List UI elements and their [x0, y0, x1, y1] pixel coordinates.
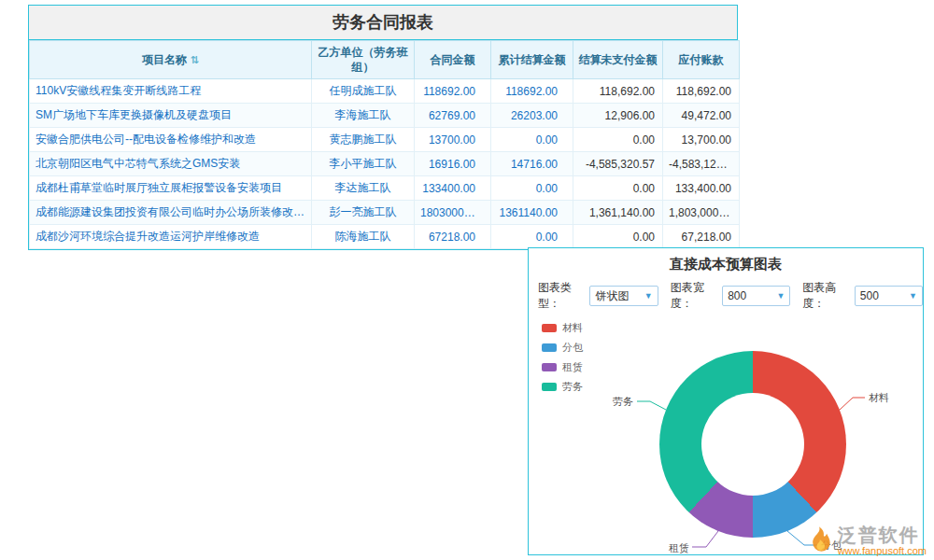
legend-swatch: [542, 383, 557, 391]
legend-swatch: [542, 363, 557, 371]
report-title: 劳务合同报表: [29, 6, 737, 40]
settled-amount[interactable]: 26203.00: [491, 104, 573, 128]
col-header-project-name[interactable]: 项目名称⇅: [30, 41, 312, 79]
contract-amount[interactable]: 118692.00: [415, 79, 491, 104]
chart-type-label: 图表类型：: [538, 280, 587, 312]
col-header-payable: 应付账款: [663, 41, 740, 79]
watermark-brand: 泛普软件: [838, 525, 927, 545]
watermark-url: www.fanpusoft.com: [838, 545, 927, 556]
chart-height-control: 图表高度： 500 ▼: [802, 280, 923, 312]
chart-type-select[interactable]: 饼状图 ▼: [589, 286, 658, 306]
unpaid-amount: 1,361,140.00: [573, 201, 663, 225]
labor-contract-report: 劳务合同报表 项目名称⇅ 乙方单位（劳务班组） 合同金额 累计结算金额 结算未支…: [28, 5, 738, 250]
pie-chart-region: 材料 分包 租赁 劳务 材料 分包 租赁: [529, 315, 923, 560]
chart-controls: 图表类型： 饼状图 ▼ 图表宽度： 800 ▼ 图表高度： 500 ▼: [529, 278, 923, 315]
unpaid-amount: 0.00: [573, 225, 663, 249]
contract-amount[interactable]: 1803000.00: [415, 201, 491, 225]
contract-amount[interactable]: 133400.00: [415, 176, 491, 201]
project-name-link[interactable]: 成都能源建设集团投资有限公司临时办公场所装修改造工程EPC: [30, 201, 312, 225]
sort-icon[interactable]: ⇅: [191, 54, 199, 65]
col-header-unit: 乙方单位（劳务班组）: [312, 41, 415, 79]
vendor-watermark: 泛普软件 www.fanpusoft.com: [805, 525, 927, 556]
unpaid-amount: 118,692.00: [573, 79, 663, 104]
chart-title: 直接成本预算图表: [529, 248, 923, 278]
table-row: 北京朝阳区电气中芯特气系统之GMS安装 李小平施工队 16916.00 1471…: [30, 152, 740, 176]
unit-link[interactable]: 陈海施工队: [312, 225, 415, 249]
report-table: 项目名称⇅ 乙方单位（劳务班组） 合同金额 累计结算金额 结算未支付金额 应付账…: [29, 40, 740, 249]
chart-type-control: 图表类型： 饼状图 ▼: [538, 280, 658, 312]
settled-amount[interactable]: 14716.00: [491, 152, 573, 176]
payable-amount: 118,692.00: [663, 79, 740, 104]
project-name-link[interactable]: 安徽合肥供电公司--配电设备检修维护和改造: [30, 128, 312, 152]
unit-link[interactable]: 黄志鹏施工队: [312, 128, 415, 152]
unit-link[interactable]: 李海施工队: [312, 104, 415, 128]
col-header-unpaid-amount: 结算未支付金额: [573, 41, 663, 79]
unpaid-amount: -4,585,320.57: [573, 152, 663, 176]
unpaid-amount: 12,906.00: [573, 104, 663, 128]
unpaid-amount: 0.00: [573, 176, 663, 201]
payable-amount: 67,218.00: [663, 225, 740, 249]
donut-hole: [701, 393, 804, 496]
chevron-down-icon: ▼: [909, 291, 917, 301]
pie-label-material: 材料: [869, 391, 889, 405]
contract-amount[interactable]: 13700.00: [415, 128, 491, 152]
project-name-link[interactable]: 110kV安徽线程集变开断线路工程: [30, 79, 312, 104]
legend-swatch: [542, 343, 557, 352]
chart-width-control: 图表宽度： 800 ▼: [671, 280, 791, 312]
settled-amount[interactable]: 118692.00: [491, 79, 573, 104]
col-header-settled-amount: 累计结算金额: [491, 41, 573, 79]
pie-label-lease: 租赁: [654, 541, 689, 555]
legend-item-subcontract[interactable]: 分包: [542, 341, 583, 355]
payable-amount: 1,803,000.00: [663, 201, 740, 225]
chart-legend: 材料 分包 租赁 劳务: [542, 321, 583, 399]
table-header-row: 项目名称⇅ 乙方单位（劳务班组） 合同金额 累计结算金额 结算未支付金额 应付账…: [30, 41, 740, 79]
chevron-down-icon: ▼: [776, 291, 785, 301]
legend-swatch: [542, 324, 557, 332]
unit-link[interactable]: 彭一亮施工队: [312, 201, 415, 225]
chevron-down-icon: ▼: [644, 291, 653, 301]
unpaid-amount: 0.00: [573, 128, 663, 152]
chart-height-select[interactable]: 500 ▼: [855, 286, 923, 306]
unit-link[interactable]: 任明成施工队: [312, 79, 415, 104]
table-row: 110kV安徽线程集变开断线路工程 任明成施工队 118692.00 11869…: [30, 79, 740, 104]
project-name-link[interactable]: 北京朝阳区电气中芯特气系统之GMS安装: [30, 152, 312, 176]
settled-amount[interactable]: 0.00: [491, 176, 573, 201]
col-header-contract-amount: 合同金额: [415, 41, 491, 79]
legend-item-material[interactable]: 材料: [542, 321, 583, 335]
table-row: 成都沙河环境综合提升改造运河护岸维修改造 陈海施工队 67218.00 0.00…: [30, 225, 740, 249]
settled-amount[interactable]: 0.00: [491, 128, 573, 152]
flame-logo-icon: [805, 525, 833, 555]
contract-amount[interactable]: 16916.00: [415, 152, 491, 176]
unit-link[interactable]: 李小平施工队: [312, 152, 415, 176]
table-row: 安徽合肥供电公司--配电设备检修维护和改造 黄志鹏施工队 13700.00 0.…: [30, 128, 740, 152]
donut-chart[interactable]: [659, 351, 846, 538]
legend-item-lease[interactable]: 租赁: [542, 360, 583, 374]
table-row: 成都杜甫草堂临时展厅独立展柜报警设备安装项目 李达施工队 133400.00 0…: [30, 176, 740, 201]
chart-width-select[interactable]: 800 ▼: [722, 286, 790, 306]
contract-amount[interactable]: 62769.00: [415, 104, 491, 128]
legend-item-labor[interactable]: 劳务: [542, 380, 583, 394]
payable-amount: 49,472.00: [663, 104, 740, 128]
settled-amount[interactable]: 1361140.00: [491, 201, 573, 225]
unit-link[interactable]: 李达施工队: [312, 176, 415, 201]
chart-height-label: 图表高度：: [802, 280, 851, 312]
chart-width-label: 图表宽度：: [671, 280, 719, 312]
direct-cost-budget-chart-panel: 直接成本预算图表 图表类型： 饼状图 ▼ 图表宽度： 800 ▼ 图表高度： 5…: [528, 247, 924, 555]
payable-amount: 13,700.00: [663, 128, 740, 152]
project-name-link[interactable]: SM广场地下车库更换摄像机及硬盘项目: [30, 104, 312, 128]
table-row: SM广场地下车库更换摄像机及硬盘项目 李海施工队 62769.00 26203.…: [30, 104, 740, 128]
payable-amount: -4,583,120.57: [663, 152, 740, 176]
table-row: 成都能源建设集团投资有限公司临时办公场所装修改造工程EPC 彭一亮施工队 180…: [30, 201, 740, 225]
project-name-link[interactable]: 成都沙河环境综合提升改造运河护岸维修改造: [30, 225, 312, 249]
project-name-link[interactable]: 成都杜甫草堂临时展厅独立展柜报警设备安装项目: [30, 176, 312, 201]
payable-amount: 133,400.00: [663, 176, 740, 201]
settled-amount[interactable]: 0.00: [491, 225, 573, 249]
contract-amount[interactable]: 67218.00: [415, 225, 491, 249]
pie-label-labor: 劳务: [598, 395, 633, 409]
